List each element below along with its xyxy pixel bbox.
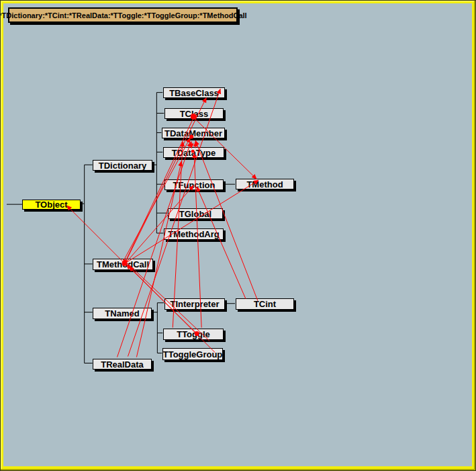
class-box-tmethodcall[interactable]: TMethodCall: [93, 259, 153, 270]
nodes-layer: TObjectTDictionaryTMethodCallTNamedTReal…: [3, 3, 472, 466]
class-tree-canvas: *TDictionary:*TCint:*TRealData:*TToggle:…: [3, 3, 472, 466]
class-box-tglobal[interactable]: TGlobal: [168, 208, 223, 219]
class-box-tnamed[interactable]: TNamed: [93, 308, 152, 319]
class-box-tdatatype[interactable]: TDataType: [163, 147, 224, 158]
class-box-tfunction[interactable]: TFunction: [164, 179, 224, 190]
class-box-tbaseclass[interactable]: TBaseClass: [163, 87, 225, 98]
class-box-tclass[interactable]: TClass: [164, 108, 224, 119]
class-box-tobject[interactable]: TObject: [22, 200, 81, 210]
root-canvas-frame: *TDictionary:*TCint:*TRealData:*TToggle:…: [0, 0, 476, 471]
selected-classes-label: *TDictionary:*TCint:*TRealData:*TToggle:…: [8, 7, 238, 23]
class-box-tinterpreter[interactable]: TInterpreter: [164, 298, 225, 310]
class-box-tmethod[interactable]: TMethod: [236, 179, 294, 189]
class-box-tdatamember[interactable]: TDataMember: [162, 128, 225, 138]
class-box-tcint[interactable]: TCint: [236, 298, 294, 310]
class-box-tdictionary[interactable]: TDictionary: [93, 160, 152, 171]
class-box-ttoggle[interactable]: TToggle: [163, 329, 224, 340]
class-box-tmethodarg[interactable]: TMethodArg: [164, 228, 224, 240]
class-box-ttogglegroup[interactable]: TToggleGroup: [162, 348, 223, 360]
class-box-trealdata[interactable]: TRealData: [93, 359, 152, 370]
